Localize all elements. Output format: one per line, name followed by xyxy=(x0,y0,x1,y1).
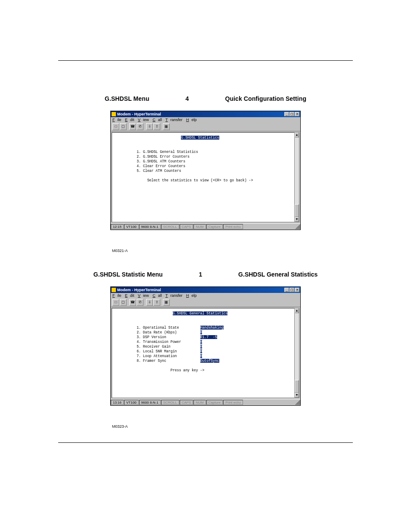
term2-prompt: Press any key -> xyxy=(171,368,205,372)
hyperterminal-window-2: Modem - HyperTerminal _ ▢ ✕ File Edit Vi… xyxy=(110,286,301,406)
toolbar-send-icon[interactable]: ⇩ xyxy=(146,123,153,130)
status-caps: CAPS xyxy=(180,400,193,405)
caption2-mid: 1 xyxy=(199,271,202,278)
hyperterminal-window-1: Modem - HyperTerminal _ ▢ ✕ File Edit Vi… xyxy=(110,111,301,230)
status-emulation: VT100 xyxy=(124,224,139,229)
term2-value: Handshaking xyxy=(200,326,224,330)
menu-edit[interactable]: Edit xyxy=(125,118,134,122)
toolbar-properties-icon[interactable]: ▦ xyxy=(163,123,170,130)
toolbar-new-icon[interactable]: □ xyxy=(112,299,119,306)
term2-value: 0 xyxy=(200,345,202,348)
caption1-right: Quick Configuration Setting xyxy=(225,95,306,102)
status-port: 9600 8-N-1 xyxy=(139,400,161,405)
statusbar: 13:16 VT100 9600 8-N-1 SCROLL CAPS NUM C… xyxy=(111,399,300,405)
menu-transfer[interactable]: Transfer xyxy=(165,293,183,298)
document-page: G.SHDSL Menu 4 Quick Configuration Setti… xyxy=(0,0,411,469)
menu-file[interactable]: File xyxy=(112,118,121,122)
toolbar-disconnect-icon[interactable]: ✆ xyxy=(137,123,143,130)
status-num: NUM xyxy=(193,400,206,405)
menu-call[interactable]: Call xyxy=(153,293,162,298)
toolbar-receive-icon[interactable]: ⇧ xyxy=(153,123,160,130)
status-print: Print echo xyxy=(223,400,243,405)
status-capture: Capture xyxy=(206,224,223,229)
toolbar-connect-icon[interactable]: ☎ xyxy=(129,299,136,306)
term1-item-5: 5. Clear ATM Counters xyxy=(137,169,181,173)
menu-transfer[interactable]: Transfer xyxy=(165,118,183,122)
status-num: NUM xyxy=(193,224,206,229)
toolbar: □ ▢ ☎ ✆ ⇩ ⇧ ▦ xyxy=(111,298,300,307)
statusbar: 12:15 VT100 9600 8-N-1 SCROLL CAPS NUM C… xyxy=(111,223,300,230)
caption1-left: G.SHDSL Menu xyxy=(105,95,149,102)
resize-grip-icon[interactable] xyxy=(295,400,300,405)
menubar[interactable]: File Edit View Call Transfer Help xyxy=(111,293,300,298)
scroll-down-icon[interactable]: ▼ xyxy=(295,217,299,222)
menu-help[interactable]: Help xyxy=(186,293,197,298)
minimize-button[interactable]: _ xyxy=(284,112,289,116)
close-button[interactable]: ✕ xyxy=(295,288,299,292)
term2-value: 0 xyxy=(200,330,202,334)
term1-item-4: 4. Clear Error Counters xyxy=(137,164,185,168)
rule-top xyxy=(58,60,353,61)
window-title: Modem - HyperTerminal xyxy=(117,112,284,116)
minimize-button[interactable]: _ xyxy=(284,288,289,292)
term2-value: R1.7 -5 xyxy=(200,335,217,339)
scroll-down-icon[interactable]: ▼ xyxy=(295,393,299,398)
scrollbar[interactable]: ▲ ▼ xyxy=(294,132,299,222)
status-emulation: VT100 xyxy=(124,400,139,405)
scroll-up-icon[interactable]: ▲ xyxy=(295,133,299,137)
close-button[interactable]: ✕ xyxy=(295,112,299,116)
image-label-1: M0321-A xyxy=(112,249,354,253)
figure-caption-1: G.SHDSL Menu 4 Quick Configuration Setti… xyxy=(58,95,353,102)
toolbar-receive-icon[interactable]: ⇧ xyxy=(153,299,160,306)
toolbar-send-icon[interactable]: ⇩ xyxy=(146,299,153,306)
menu-file[interactable]: File xyxy=(112,293,121,298)
term1-item-1: 1. G.SHDSL General Statistics xyxy=(137,150,198,154)
titlebar[interactable]: Modem - HyperTerminal _ ▢ ✕ xyxy=(111,111,300,117)
menu-help[interactable]: Help xyxy=(186,118,197,122)
term2-value: 0 xyxy=(200,349,202,353)
menu-view[interactable]: View xyxy=(138,293,149,298)
rule-bottom xyxy=(58,442,353,443)
status-scroll: SCROLL xyxy=(161,224,179,229)
toolbar-new-icon[interactable]: □ xyxy=(112,123,119,130)
caption1-mid: 4 xyxy=(186,95,189,102)
toolbar-connect-icon[interactable]: ☎ xyxy=(129,123,136,130)
status-print: Print echo xyxy=(223,224,243,229)
term2-value: 0 xyxy=(200,340,202,344)
maximize-button[interactable]: ▢ xyxy=(290,112,294,116)
term2-header: G.SHDSL General Statistics xyxy=(173,311,228,315)
menu-call[interactable]: Call xyxy=(153,118,162,122)
toolbar-properties-icon[interactable]: ▦ xyxy=(163,299,170,306)
status-time: 13:16 xyxy=(111,400,124,405)
toolbar-open-icon[interactable]: ▢ xyxy=(120,299,127,306)
status-capture: Capture xyxy=(206,400,223,405)
app-icon xyxy=(112,112,116,116)
term2-value: 0 xyxy=(200,354,202,358)
app-icon xyxy=(112,288,116,292)
window-title: Modem - HyperTerminal xyxy=(117,288,284,292)
figure-caption-2: G.SHDSL Statistic Menu 1 G.SHDSL General… xyxy=(58,271,353,278)
menu-edit[interactable]: Edit xyxy=(125,293,134,298)
caption2-left: G.SHDSL Statistic Menu xyxy=(93,271,163,278)
status-scroll: SCROLL xyxy=(161,400,179,405)
caption2-right: G.SHDSL General Statistics xyxy=(238,271,318,278)
term1-header: G.SHDSL Statistics xyxy=(181,136,219,140)
scroll-thumb[interactable] xyxy=(295,204,299,217)
term2-value: OutofSync xyxy=(200,359,219,363)
toolbar-disconnect-icon[interactable]: ✆ xyxy=(137,299,143,306)
menubar[interactable]: File Edit View Call Transfer Help xyxy=(111,117,300,122)
toolbar-open-icon[interactable]: ▢ xyxy=(120,123,127,130)
scrollbar[interactable]: ▲ ▼ xyxy=(294,308,299,398)
status-time: 12:15 xyxy=(111,224,124,229)
resize-grip-icon[interactable] xyxy=(295,224,300,229)
menu-view[interactable]: View xyxy=(138,118,149,122)
titlebar[interactable]: Modem - HyperTerminal _ ▢ ✕ xyxy=(111,287,300,293)
terminal-output[interactable]: G.SHDSL General Statistics 1. Operationa… xyxy=(112,308,299,398)
scroll-up-icon[interactable]: ▲ xyxy=(295,308,299,313)
scroll-thumb[interactable] xyxy=(295,380,299,393)
maximize-button[interactable]: ▢ xyxy=(290,288,294,292)
term1-prompt: Select the statistics to view (<CR> to g… xyxy=(147,178,253,182)
term1-item-2: 2. G.SHDSL Error Counters xyxy=(137,155,190,159)
status-port: 9600 8-N-1 xyxy=(139,224,161,229)
terminal-output[interactable]: G.SHDSL Statistics 1. G.SHDSL General St… xyxy=(112,132,299,222)
